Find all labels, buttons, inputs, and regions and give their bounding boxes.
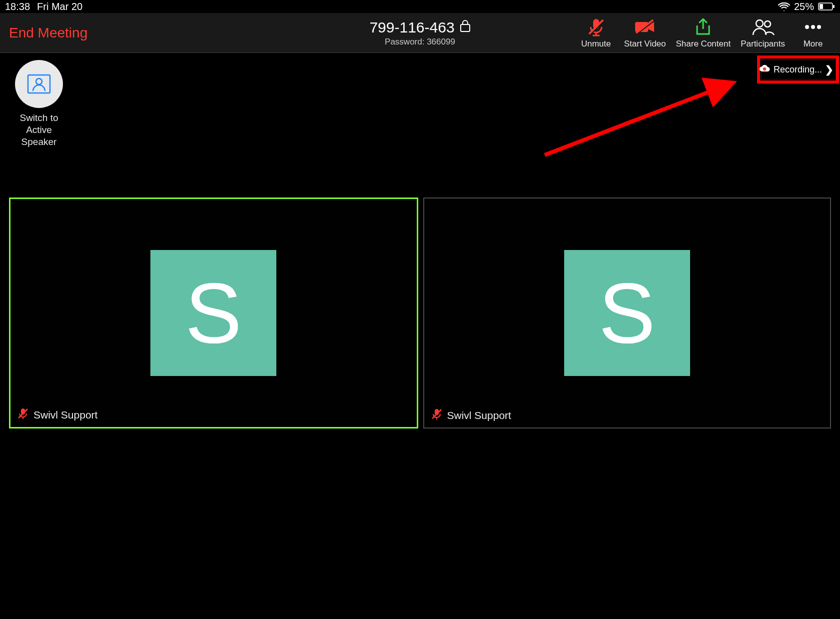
status-right: 25% [778, 1, 835, 12]
more-button[interactable]: More [795, 17, 831, 49]
participants-label: Participants [741, 39, 785, 49]
avatar-initial: S [599, 264, 655, 362]
video-grid: S Swivl Support S [9, 198, 831, 428]
svg-line-20 [545, 84, 730, 155]
avatar-initial: S [185, 264, 242, 362]
tile-caption: Swivl Support [17, 408, 97, 422]
svg-rect-1 [820, 4, 823, 9]
share-content-button[interactable]: Share Content [676, 17, 731, 49]
cloud-record-icon [759, 64, 771, 76]
svg-point-17 [817, 25, 821, 29]
meeting-info[interactable]: 799-116-463 Password: 366099 [369, 19, 470, 47]
more-icon [802, 17, 825, 37]
battery-percent: 25% [794, 1, 814, 12]
svg-rect-2 [833, 5, 835, 8]
view-switch-avatar [15, 60, 63, 108]
svg-point-18 [763, 67, 766, 70]
more-label: More [804, 39, 823, 49]
share-content-label: Share Content [676, 39, 731, 49]
recording-indicator[interactable]: Recording... ❯ [761, 60, 836, 80]
chevron-right-icon: ❯ [825, 64, 834, 76]
view-switch-label: Switch to Active Speaker [9, 112, 69, 148]
view-switch-line2: Active Speaker [21, 124, 57, 147]
share-icon [693, 17, 713, 37]
meeting-id: 799-116-463 [369, 19, 454, 36]
video-tile[interactable]: S Swivl Support [9, 198, 418, 428]
meeting-id-line: 799-116-463 [369, 19, 470, 36]
mic-muted-icon [586, 17, 606, 37]
svg-point-15 [805, 25, 809, 29]
svg-point-22 [36, 78, 42, 84]
meeting-toolbar: End Meeting 799-116-463 Password: 366099 [0, 13, 840, 53]
start-video-label: Start Video [624, 39, 666, 49]
meeting-password: Password: 366099 [369, 37, 470, 47]
unmute-button[interactable]: Unmute [578, 17, 614, 49]
participant-name: Swivl Support [447, 410, 511, 422]
video-off-icon [633, 17, 657, 37]
tile-caption: Swivl Support [431, 408, 511, 422]
participant-avatar: S [150, 250, 276, 376]
participants-icon [751, 17, 775, 37]
mic-muted-icon [431, 408, 442, 422]
recording-label: Recording... [774, 64, 822, 75]
end-meeting-button[interactable]: End Meeting [9, 25, 87, 41]
annotation-highlight-box: Recording... ❯ [757, 56, 839, 84]
ipad-status-bar: 18:38 Fri Mar 20 25% [0, 0, 840, 13]
svg-rect-3 [461, 24, 470, 32]
start-video-button[interactable]: Start Video [624, 17, 666, 49]
wifi-icon [778, 2, 790, 11]
toolbar-actions: Unmute Start Video Share [578, 17, 831, 49]
participant-avatar: S [564, 250, 690, 376]
unmute-label: Unmute [581, 39, 611, 49]
svg-point-16 [811, 25, 815, 29]
video-tile[interactable]: S Swivl Support [423, 198, 832, 428]
status-left: 18:38 Fri Mar 20 [5, 1, 82, 12]
svg-point-14 [765, 21, 771, 27]
mic-muted-icon [17, 408, 28, 422]
person-frame-icon [27, 74, 51, 94]
switch-to-active-speaker-button[interactable]: Switch to Active Speaker [9, 60, 69, 148]
battery-icon [818, 2, 835, 10]
svg-point-13 [756, 20, 763, 27]
status-date: Fri Mar 20 [37, 1, 82, 12]
participant-name: Swivl Support [33, 409, 97, 421]
status-time: 18:38 [5, 1, 30, 12]
lock-icon [460, 19, 471, 36]
annotation-arrow [530, 75, 750, 165]
view-switch-line1: Switch to [19, 112, 58, 123]
participants-button[interactable]: Participants [741, 17, 785, 49]
